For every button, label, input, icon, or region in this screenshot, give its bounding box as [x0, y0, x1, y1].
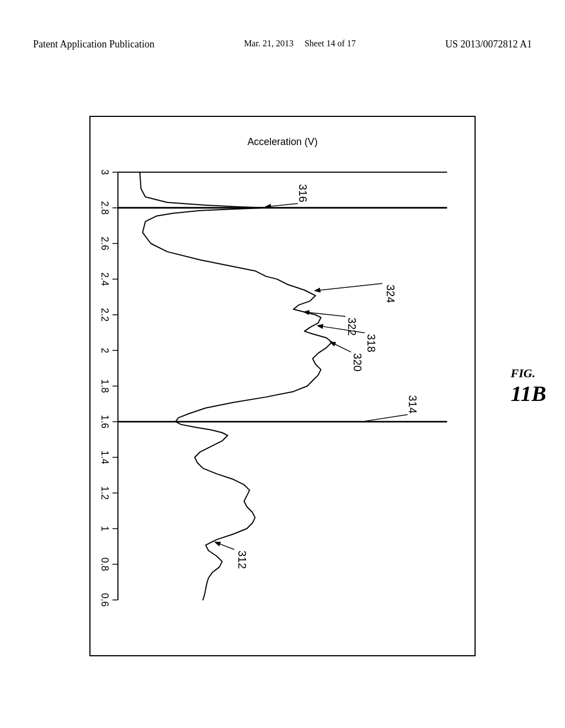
figure-container: 3 2.8 2.6 2.4 2.2 2 [44, 88, 521, 684]
svg-text:0.6: 0.6 [99, 593, 110, 607]
svg-text:324: 324 [385, 285, 397, 303]
svg-text:320: 320 [351, 353, 364, 371]
svg-text:318: 318 [365, 334, 377, 352]
figure-label: FIG. 11B [511, 366, 546, 406]
fig-number: 11B [511, 381, 546, 406]
svg-text:314: 314 [407, 395, 419, 414]
svg-text:322: 322 [346, 318, 358, 336]
svg-text:1.6: 1.6 [99, 415, 110, 429]
sheet-number: Sheet 14 of 17 [305, 39, 356, 48]
figure-box: 3 2.8 2.6 2.4 2.2 2 [89, 116, 476, 656]
svg-text:1.2: 1.2 [99, 486, 110, 500]
svg-text:2.8: 2.8 [99, 201, 110, 215]
fig-text: FIG. [511, 366, 546, 381]
svg-text:2.6: 2.6 [99, 237, 110, 250]
svg-text:2.4: 2.4 [99, 272, 110, 286]
svg-text:316: 316 [297, 184, 309, 202]
svg-text:0.8: 0.8 [99, 558, 110, 571]
svg-text:Acceleration (V): Acceleration (V) [247, 136, 317, 147]
patent-number: US 2013/0072812 A1 [445, 39, 532, 50]
svg-text:2: 2 [99, 347, 110, 353]
page-header: Patent Application Publication Mar. 21, … [0, 39, 565, 50]
svg-text:1.8: 1.8 [99, 379, 110, 393]
svg-text:312: 312 [236, 550, 248, 569]
svg-text:1: 1 [99, 526, 110, 532]
svg-text:3: 3 [99, 169, 110, 175]
publication-date: Mar. 21, 2013 [244, 39, 294, 48]
sheet-info: Mar. 21, 2013 Sheet 14 of 17 [244, 39, 356, 49]
publication-label: Patent Application Publication [33, 39, 154, 50]
svg-text:2.2: 2.2 [99, 308, 110, 322]
svg-text:1.4: 1.4 [99, 451, 110, 464]
chart-svg: 3 2.8 2.6 2.4 2.2 2 [90, 117, 475, 655]
